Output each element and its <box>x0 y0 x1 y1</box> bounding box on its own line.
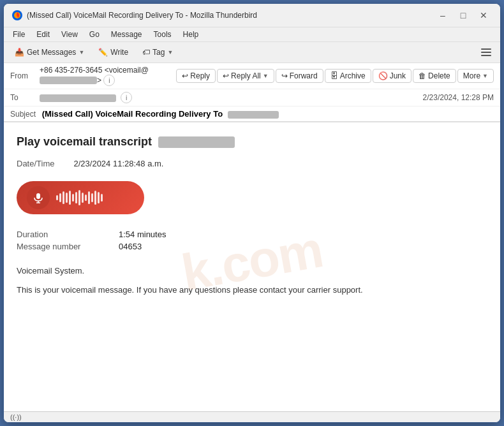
duration-value: 1:54 minutes <box>119 230 166 239</box>
wave-bar <box>78 190 80 205</box>
info-table: Duration 1:54 minutes Message number 046… <box>17 230 487 251</box>
wave-bar <box>82 193 84 203</box>
menu-tools[interactable]: Tools <box>149 29 177 40</box>
menu-edit[interactable]: Edit <box>31 29 55 40</box>
reply-all-dropdown-icon[interactable]: ▼ <box>263 73 269 79</box>
write-button[interactable]: ✏️ Write <box>93 45 134 59</box>
message-number-label: Message number <box>17 242 93 251</box>
more-dropdown-icon[interactable]: ▼ <box>482 73 488 79</box>
wave-bar <box>66 193 68 203</box>
wave-bar <box>98 192 100 203</box>
wave-bar <box>75 192 77 203</box>
email-text: Voicemail System. This is your voicemail… <box>17 264 487 297</box>
duration-row: Duration 1:54 minutes <box>17 230 487 239</box>
reply-all-icon: ↩ <box>223 71 229 80</box>
write-icon: ✏️ <box>98 48 108 57</box>
sender-info-button[interactable]: i <box>103 75 115 86</box>
to-row: To i 2/23/2024, 12:28 PM <box>4 89 500 106</box>
wave-bar <box>91 193 93 202</box>
minimize-button[interactable]: – <box>434 9 452 22</box>
status-icon: ((·)) <box>10 413 22 421</box>
microphone-icon <box>33 192 44 203</box>
message-number-row: Message number 04653 <box>17 242 487 251</box>
window-title: (Missed Call) VoiceMail Recording Delive… <box>27 11 257 20</box>
email-date: 2/23/2024, 12:28 PM <box>423 93 494 102</box>
maximize-button[interactable]: □ <box>454 9 472 22</box>
window-controls: – □ ✕ <box>434 9 493 22</box>
reply-button[interactable]: ↩ Reply <box>176 69 216 83</box>
hamburger-line-1 <box>481 48 491 50</box>
wave-bar <box>59 193 61 202</box>
hamburger-line-3 <box>481 55 491 56</box>
datetime-row: Date/Time 2/23/2024 11:28:48 a.m. <box>17 159 487 168</box>
datetime-value: 2/23/2024 11:28:48 a.m. <box>73 159 163 168</box>
title-bar: (Missed Call) VoiceMail Recording Delive… <box>4 4 500 27</box>
close-button[interactable]: ✕ <box>475 9 493 22</box>
junk-button[interactable]: 🚫 Junk <box>373 69 411 83</box>
wave-bar <box>63 191 64 204</box>
subject-label: Subject <box>10 110 36 119</box>
inbox-icon: 📥 <box>15 48 24 57</box>
message-number-value: 04653 <box>119 242 142 251</box>
to-label: To <box>10 93 36 102</box>
forward-button[interactable]: ↪ Forward <box>276 69 323 83</box>
junk-icon: 🚫 <box>378 71 388 80</box>
wave-bar <box>72 194 74 202</box>
app-icon <box>11 10 23 21</box>
menu-file[interactable]: File <box>8 29 30 40</box>
tag-dropdown-icon[interactable]: ▼ <box>167 49 173 55</box>
to-value: i <box>40 92 419 103</box>
main-toolbar: 📥 Get Messages ▼ ✏️ Write 🏷 Tag ▼ <box>4 42 500 63</box>
menu-help[interactable]: Help <box>178 29 204 40</box>
delete-button[interactable]: 🗑 Delete <box>413 69 456 83</box>
get-messages-button[interactable]: 📥 Get Messages ▼ <box>9 45 90 59</box>
tag-icon: 🏷 <box>142 48 150 57</box>
email-header: From +86 435-276-3645 <voicemail@ > i ↩ … <box>4 63 500 122</box>
text-line-1: Voicemail System. <box>17 264 487 278</box>
duration-label: Duration <box>17 230 93 239</box>
mic-button[interactable] <box>27 186 50 209</box>
forward-icon: ↪ <box>281 71 288 80</box>
wave-bar <box>69 191 71 205</box>
status-bar: ((·)) <box>4 411 500 422</box>
hamburger-line-2 <box>481 52 491 53</box>
from-value: +86 435-276-3645 <voicemail@ > i <box>40 66 172 86</box>
menu-go[interactable]: Go <box>84 29 105 40</box>
more-button[interactable]: More ▼ <box>457 69 494 83</box>
email-body: k.com Play voicemail transcript Date/Tim… <box>4 122 500 411</box>
reply-all-button[interactable]: ↩ Reply All ▼ <box>217 69 274 83</box>
from-row: From +86 435-276-3645 <voicemail@ > i ↩ … <box>4 63 500 89</box>
delete-icon: 🗑 <box>419 71 426 80</box>
play-voicemail-title: Play voicemail transcript <box>17 135 487 149</box>
archive-icon: 🗄 <box>330 71 338 80</box>
wave-bar <box>101 194 103 202</box>
menu-view[interactable]: View <box>56 29 83 40</box>
from-label: From <box>10 71 36 80</box>
contact-info-icon[interactable]: i <box>121 92 132 103</box>
wave-bar <box>88 191 90 204</box>
menu-bar: File Edit View Go Message Tools Help <box>4 27 500 42</box>
wave-bar <box>85 195 87 201</box>
hamburger-menu-button[interactable] <box>477 45 495 60</box>
title-left: (Missed Call) VoiceMail Recording Delive… <box>11 10 257 21</box>
menu-message[interactable]: Message <box>106 29 147 40</box>
tag-button[interactable]: 🏷 Tag ▼ <box>137 45 179 59</box>
text-line-2: This is your voicemail message. If you h… <box>17 283 487 297</box>
subject-value: (Missed Call) VoiceMail Recording Delive… <box>42 109 279 119</box>
archive-button[interactable]: 🗄 Archive <box>325 69 371 83</box>
get-messages-dropdown-icon[interactable]: ▼ <box>78 49 84 55</box>
app-window: (Missed Call) VoiceMail Recording Delive… <box>3 3 501 423</box>
wave-bar <box>56 195 58 200</box>
reply-icon: ↩ <box>182 71 188 80</box>
subject-row: Subject (Missed Call) VoiceMail Recordin… <box>4 106 500 122</box>
audio-player[interactable] <box>17 181 144 214</box>
audio-waveform <box>56 189 103 207</box>
datetime-label: Date/Time <box>17 159 54 168</box>
action-bar: ↩ Reply ↩ Reply All ▼ ↪ Forward 🗄 Archiv… <box>176 69 494 83</box>
play-link[interactable] <box>158 136 235 148</box>
wave-bar <box>94 191 96 205</box>
svg-rect-2 <box>36 193 40 199</box>
